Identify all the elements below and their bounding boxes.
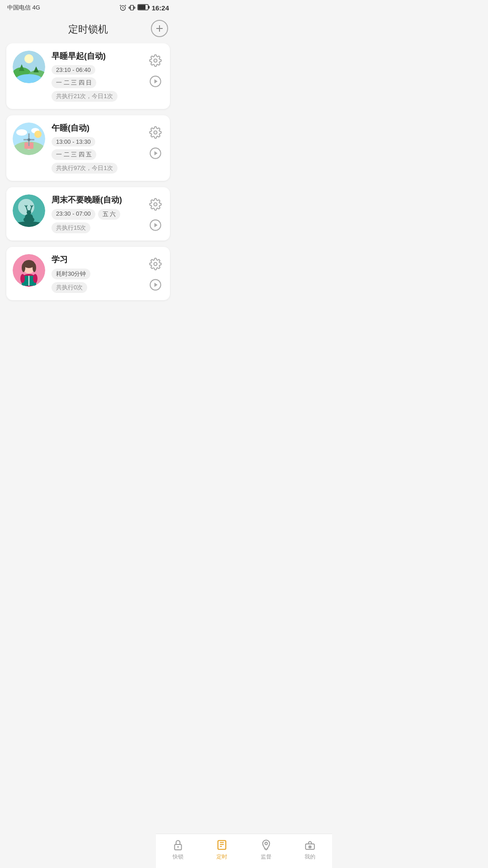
- avatar-study: [13, 254, 45, 287]
- svg-point-8: [24, 54, 33, 63]
- card-early-sleep: 早睡早起(自动) 23:10 - 06:40 一 二 三 四 日 共执行21次，…: [6, 43, 170, 109]
- card-count-study: 共执行0次: [52, 282, 87, 293]
- svg-point-55: [154, 263, 157, 266]
- svg-rect-3: [138, 5, 145, 9]
- status-bar: 中国电信 4G 16:24: [0, 0, 176, 14]
- page-header: 定时锁机: [0, 14, 176, 43]
- settings-button-study[interactable]: [147, 256, 164, 272]
- svg-marker-57: [155, 283, 158, 287]
- time-tag: 23:10 - 06:40: [52, 65, 95, 75]
- svg-point-42: [154, 203, 157, 206]
- card-tags-early-sleep: 23:10 - 06:40 一 二 三 四 日: [52, 65, 141, 88]
- battery: [137, 4, 150, 12]
- svg-point-50: [33, 263, 36, 272]
- card-title-study: 学习: [52, 254, 141, 265]
- card-actions-study: [147, 254, 164, 293]
- avatar-early-sleep: [13, 51, 45, 83]
- vibrate-icon: [128, 4, 136, 11]
- svg-rect-4: [148, 6, 150, 9]
- svg-point-41: [13, 222, 45, 227]
- card-actions-weekend: [147, 194, 164, 233]
- svg-point-29: [154, 131, 157, 134]
- play-button-early-sleep[interactable]: [147, 73, 164, 90]
- duration-tag-study: 耗时30分钟: [52, 269, 90, 279]
- settings-button-nap[interactable]: [147, 124, 164, 141]
- page-title: 定时锁机: [68, 24, 108, 35]
- add-button[interactable]: [151, 20, 168, 37]
- avatar-weekend: [13, 194, 45, 227]
- card-study: 学习 耗时30分钟 共执行0次: [6, 247, 170, 300]
- card-count-early-sleep: 共执行21次，今日1次: [52, 91, 117, 102]
- avatar-nap: [13, 123, 45, 155]
- card-content-nap: 午睡(自动) 13:00 - 13:30 一 二 三 四 五 共执行97次，今日…: [52, 123, 141, 174]
- svg-point-54: [33, 274, 38, 283]
- svg-point-20: [34, 131, 42, 138]
- card-actions-nap: [147, 123, 164, 161]
- svg-point-28: [28, 138, 30, 141]
- svg-point-14: [154, 59, 157, 62]
- main-content: 定时锁机: [0, 14, 176, 336]
- settings-button-early-sleep[interactable]: [147, 52, 164, 69]
- status-right: 16:24: [119, 4, 169, 12]
- card-content-early-sleep: 早睡早起(自动) 23:10 - 06:40 一 二 三 四 日 共执行21次，…: [52, 51, 141, 102]
- settings-button-weekend[interactable]: [147, 196, 164, 212]
- plus-icon: [155, 24, 164, 33]
- svg-point-53: [20, 274, 25, 283]
- days-tag: 一 二 三 四 日: [52, 77, 96, 88]
- play-button-weekend[interactable]: [147, 217, 164, 233]
- time-tag-nap: 13:00 - 13:30: [52, 137, 95, 146]
- card-nap: 午睡(自动) 13:00 - 13:30 一 二 三 四 五 共执行97次，今日…: [6, 115, 170, 181]
- carrier: 中国电信 4G: [7, 4, 40, 12]
- time: 16:24: [152, 4, 169, 12]
- card-content-study: 学习 耗时30分钟 共执行0次: [52, 254, 141, 293]
- svg-marker-44: [155, 223, 158, 227]
- svg-rect-1: [130, 5, 133, 10]
- time-tag-weekend: 23:30 - 07:00: [52, 209, 95, 220]
- svg-point-49: [22, 263, 25, 272]
- card-weekend: 周末不要晚睡(自动) 23:30 - 07:00 五 六 共执行15次: [6, 187, 170, 241]
- days-tag-weekend: 五 六: [98, 209, 121, 220]
- svg-point-11: [16, 74, 42, 83]
- play-button-nap[interactable]: [147, 145, 164, 161]
- card-title-weekend: 周末不要晚睡(自动): [52, 194, 141, 205]
- battery-icon: [137, 4, 150, 10]
- card-content-weekend: 周末不要晚睡(自动) 23:30 - 07:00 五 六 共执行15次: [52, 194, 141, 233]
- svg-point-18: [16, 129, 27, 136]
- svg-marker-16: [155, 79, 158, 83]
- card-title-nap: 午睡(自动): [52, 123, 141, 133]
- svg-marker-31: [155, 151, 158, 155]
- card-tags-weekend: 23:30 - 07:00 五 六: [52, 209, 141, 220]
- play-button-study[interactable]: [147, 277, 164, 293]
- card-tags-study: 耗时30分钟: [52, 269, 141, 279]
- card-tags-nap: 13:00 - 13:30 一 二 三 四 五: [52, 137, 141, 160]
- alarm-icon: [119, 4, 127, 11]
- card-list: 早睡早起(自动) 23:10 - 06:40 一 二 三 四 日 共执行21次，…: [0, 43, 176, 300]
- card-count-nap: 共执行97次，今日1次: [52, 163, 117, 174]
- days-tag-nap: 一 二 三 四 五: [52, 149, 96, 160]
- card-count-weekend: 共执行15次: [52, 222, 90, 233]
- svg-point-35: [25, 214, 33, 220]
- card-actions-early-sleep: [147, 51, 164, 90]
- card-title-early-sleep: 早睡早起(自动): [52, 51, 141, 61]
